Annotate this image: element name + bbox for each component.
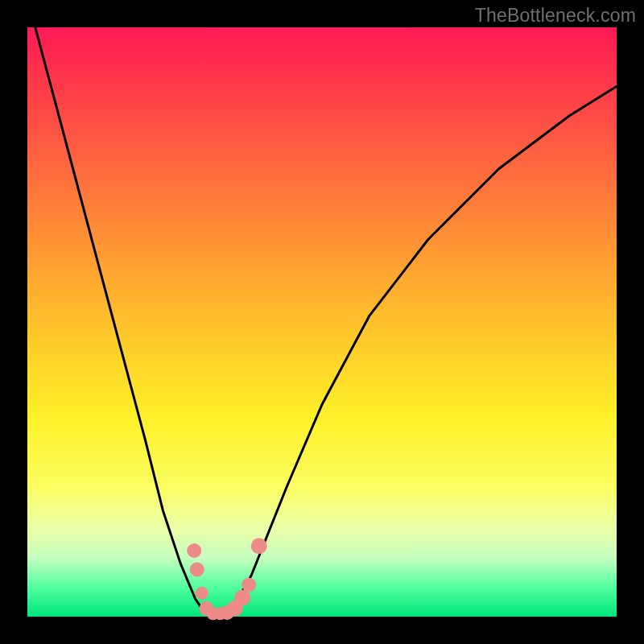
data-point — [196, 587, 208, 600]
watermark-text: TheBottleneck.com — [475, 5, 636, 27]
data-point — [242, 578, 256, 592]
chart-overlay — [0, 0, 644, 644]
data-point — [190, 562, 204, 576]
data-point — [251, 538, 267, 554]
chart-frame: TheBottleneck.com — [0, 0, 644, 644]
bottleneck-curve — [27, 0, 617, 617]
curve-group — [27, 0, 617, 617]
data-point — [234, 590, 250, 606]
marker-group — [187, 538, 267, 620]
data-point — [187, 543, 201, 558]
